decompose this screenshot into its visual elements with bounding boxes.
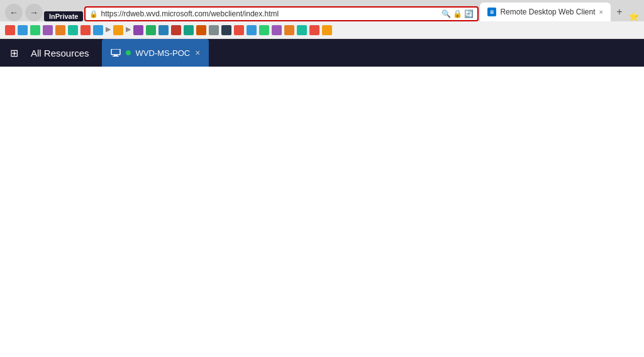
bookmark-icon-8[interactable] [93, 25, 103, 35]
address-text: https://rdweb.wvd.microsoft.com/webclien… [101, 9, 438, 18]
bookmark-icon-5[interactable] [55, 25, 65, 35]
bookmark-icon-20[interactable] [259, 25, 269, 35]
bookmark-icon-12[interactable] [158, 25, 169, 35]
svg-rect-1 [114, 55, 118, 56]
bookmark-icon-18[interactable] [234, 25, 244, 35]
rd-title: All Resources [31, 48, 89, 58]
inprivate-badge[interactable]: InPrivate [44, 11, 83, 21]
bookmark-icon-2[interactable] [18, 25, 28, 35]
bookmark-icon-7[interactable] [80, 25, 91, 35]
active-tab[interactable]: 🖥 Remote Desktop Web Client × [480, 3, 611, 21]
bookmark-icon-9[interactable] [113, 25, 123, 35]
bookmark-icon-21[interactable] [272, 25, 282, 35]
address-actions: 🔍 🔒 🔄 [441, 9, 474, 18]
apps-grid-icon[interactable]: ⊞ [10, 47, 18, 59]
bookmark-icon-24[interactable] [309, 25, 319, 35]
bookmark-icon-13[interactable] [171, 25, 181, 35]
rd-tab[interactable]: WVD-MS-POC × [102, 39, 209, 67]
monitor-icon [111, 49, 121, 57]
bookmark-icon-15[interactable] [196, 25, 206, 35]
svg-rect-2 [113, 56, 119, 57]
star-icon: ⭐ [628, 11, 639, 21]
rd-tab-close-button[interactable]: × [195, 48, 200, 58]
bookmark-icon-10[interactable] [133, 25, 143, 35]
lock-icon: 🔒 [89, 10, 98, 18]
tab-close-button[interactable]: × [599, 8, 603, 16]
bookmark-icon-25[interactable] [322, 25, 332, 35]
bookmark-icon-14[interactable] [184, 25, 194, 35]
rd-tab-label: WVD-MS-POC [136, 48, 191, 58]
new-tab-button[interactable]: + [612, 4, 627, 19]
bookmark-icon-22[interactable] [284, 25, 294, 35]
nav-buttons: ← → [5, 4, 43, 21]
forward-button[interactable]: → [25, 4, 43, 21]
svg-rect-0 [111, 49, 120, 55]
bookmark-icon-17[interactable] [221, 25, 231, 35]
bookmarks-bar: ▶ ▶ [0, 21, 644, 39]
bookmark-icon-1[interactable] [5, 25, 15, 35]
tab-bar: ← → InPrivate 🔒 https://rdweb.wvd.micros… [0, 0, 644, 21]
rd-top-bar: ⊞ All Resources WVD-MS-POC × [0, 39, 644, 67]
bookmark-icon-4[interactable] [43, 25, 53, 35]
address-bar[interactable]: 🔒 https://rdweb.wvd.microsoft.com/webcli… [84, 6, 479, 21]
connection-status-dot [126, 50, 131, 55]
tab-label: Remote Desktop Web Client [500, 8, 595, 16]
back-button[interactable]: ← [5, 4, 23, 21]
browser-chrome: ← → InPrivate 🔒 https://rdweb.wvd.micros… [0, 0, 644, 39]
bookmark-icon-6[interactable] [68, 25, 78, 35]
bookmark-icon-3[interactable] [30, 25, 40, 35]
bookmark-icon-23[interactable] [297, 25, 307, 35]
tab-favicon: 🖥 [487, 8, 496, 16]
bookmark-icon-11[interactable] [146, 25, 156, 35]
bookmark-icon-19[interactable] [247, 25, 257, 35]
bookmark-icon-16[interactable] [209, 25, 219, 35]
